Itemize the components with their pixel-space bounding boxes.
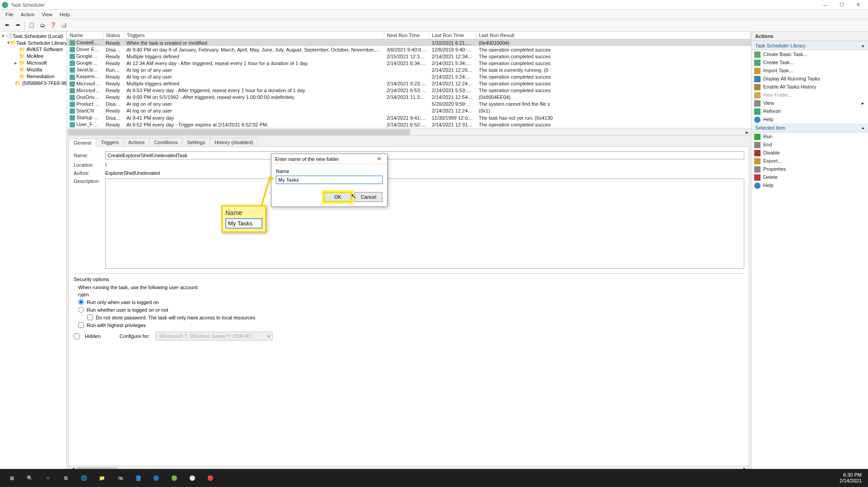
windows-taskbar[interactable]: ⊞ 🔍 ○ ⧉ 🌐 📁 🛍 📘 🔵 🟢 🕐 🔴 6:30 PM 2/14/202… [0, 469, 868, 487]
task-row[interactable]: MicrosoftEd...ReadyMultiple triggers def… [67, 80, 751, 87]
toolbar-icon-2[interactable]: 🗂 [37, 20, 47, 30]
close-button[interactable]: ✕ [850, 0, 866, 9]
tree-library-label: Task Scheduler Library [16, 40, 67, 46]
menu-help[interactable]: Help [56, 11, 74, 18]
store-icon[interactable]: 🛍 [111, 469, 129, 487]
action-help[interactable]: Help [751, 115, 868, 123]
toolbar-icon-4[interactable]: 📊 [59, 20, 69, 30]
task-row[interactable]: Startup TasksDisabledAt 9:41 PM every da… [67, 114, 751, 121]
tree-item[interactable]: ▸📁 Microsoft [0, 60, 66, 66]
column-header[interactable]: Name [67, 32, 103, 39]
task-row[interactable]: Driver Easy S...DisabledAt 9:40 PM on da… [67, 46, 751, 53]
dialog-name-input[interactable] [276, 176, 383, 184]
app-icon-3[interactable]: 🔴 [201, 469, 219, 487]
action-properties[interactable]: Properties [751, 165, 868, 173]
forward-button[interactable]: ➡ [13, 20, 23, 30]
toolbar-icon-3[interactable]: ❓ [48, 20, 58, 30]
tree-item[interactable]: 📁 Mozilla [0, 66, 66, 73]
action-enable-all-tasks-history[interactable]: Enable All Tasks History [751, 83, 868, 91]
tab-actions[interactable]: Actions [123, 138, 149, 146]
maximize-button[interactable]: ☐ [834, 0, 850, 9]
column-header[interactable]: Triggers [124, 32, 384, 39]
tab-triggers[interactable]: Triggers [96, 138, 124, 146]
actions-library-header[interactable]: Task Scheduler Library▴ [751, 41, 868, 50]
window-titlebar: Task Scheduler — ☐ ✕ [0, 0, 868, 10]
cortana-icon[interactable]: ○ [39, 469, 57, 487]
action-create-task---[interactable]: Create Task... [751, 58, 868, 66]
action-export---[interactable]: Export... [751, 157, 868, 165]
action-display-all-running-tasks[interactable]: Display All Running Tasks [751, 75, 868, 83]
search-icon[interactable]: 🔍 [21, 469, 39, 487]
task-row[interactable]: CreateExplor...ReadyWhen the task is cre… [67, 39, 751, 47]
action-view[interactable]: View ▸ [751, 99, 868, 107]
menu-view[interactable]: View [38, 11, 56, 18]
action-delete[interactable]: Delete [751, 173, 868, 181]
radio-whether[interactable] [78, 307, 84, 313]
tree-root[interactable]: ▾🕐 Task Scheduler (Local) [0, 33, 66, 39]
check-nostore[interactable] [87, 314, 93, 320]
explorer-icon[interactable]: 📁 [93, 469, 111, 487]
action-refresh[interactable]: Refresh [751, 107, 868, 115]
dialog-title: Enter name of the new folder [275, 156, 339, 162]
tree-item[interactable]: 📁 {595886F3-7FE8-966B-... [0, 80, 66, 87]
dialog-cancel-button[interactable]: Cancel [355, 192, 383, 202]
tab-general[interactable]: General [69, 138, 96, 147]
start-button[interactable]: ⊞ [3, 469, 21, 487]
app-icon-2[interactable]: 🔵 [147, 469, 165, 487]
action-create-basic-task---[interactable]: Create Basic Task... [751, 50, 868, 58]
minimize-button[interactable]: — [817, 0, 834, 9]
tab-conditions[interactable]: Conditions [149, 138, 182, 146]
action-import-task---[interactable]: Import Task... [751, 66, 868, 75]
tree-item[interactable]: 📁 Remediation [0, 73, 66, 80]
task-view-icon[interactable]: ⧉ [57, 469, 75, 487]
task-row[interactable]: Product Upd...DisabledAt log on of any u… [67, 101, 751, 108]
check-highest[interactable] [78, 322, 84, 328]
action-disable[interactable]: Disable [751, 149, 868, 157]
menu-file[interactable]: File [2, 11, 17, 18]
action-end[interactable]: End [751, 140, 868, 149]
column-header[interactable]: Status [103, 32, 124, 39]
action-run[interactable]: Run [751, 132, 868, 140]
tree-library[interactable]: ▾📁 Task Scheduler Library [0, 39, 66, 46]
callout-input [225, 218, 262, 229]
task-row[interactable]: Kaspersky_U...ReadyAt log on of any user… [67, 73, 751, 80]
horizontal-scrollbar[interactable]: ◄► [67, 128, 751, 136]
column-header[interactable]: Last Run Result [476, 32, 751, 39]
toolbar-icon-1[interactable]: 📋 [27, 20, 37, 30]
check-hidden[interactable] [74, 333, 79, 339]
task-row[interactable]: StartCNReadyAt log on of any user2/14/20… [67, 108, 751, 114]
column-header[interactable]: Last Run Time [429, 32, 476, 39]
task-scheduler-taskbar-icon[interactable]: 🕐 [183, 469, 201, 487]
task-name-field[interactable] [105, 151, 744, 159]
dialog-close-button[interactable]: ✕ [374, 156, 383, 162]
back-button[interactable]: ⬅ [2, 20, 12, 30]
menu-action[interactable]: Action [17, 11, 38, 18]
task-row[interactable]: GoogleUpda...ReadyAt 12:34 AM every day … [67, 60, 751, 66]
author-value: ExplorerShellUnelevated [105, 170, 744, 176]
check-hidden-label: Hidden [85, 333, 101, 339]
dialog-ok-button[interactable]: OK [324, 192, 352, 202]
task-list-table[interactable]: NameStatusTriggersNext Run TimeLast Run … [67, 32, 751, 128]
system-clock[interactable]: 6:30 PM 2/14/2021 [840, 472, 865, 484]
task-row[interactable]: OneDrive St...ReadyAt 9:00 PM on 5/1/199… [67, 94, 751, 101]
action-help[interactable]: Help [751, 181, 868, 189]
task-row[interactable]: JavaUpdateS...RunningAt log on of any us… [67, 66, 751, 73]
security-user: ryjen [74, 292, 744, 297]
name-label: Name: [74, 153, 105, 158]
tree-root-label: Task Scheduler (Local) [13, 33, 63, 39]
actions-selected-header[interactable]: Selected Item▴ [751, 123, 868, 132]
radio-logged-on[interactable] [78, 299, 84, 305]
tree-item[interactable]: 📁 McAfee [0, 53, 66, 60]
column-header[interactable]: Next Run Time [384, 32, 429, 39]
app-icon-1[interactable]: 📘 [129, 469, 147, 487]
task-row[interactable]: User_Feed_S...ReadyAt 6:52 PM every day … [67, 121, 751, 128]
chrome-icon[interactable]: 🟢 [165, 469, 183, 487]
navigation-tree[interactable]: ▾🕐 Task Scheduler (Local) ▾📁 Task Schedu… [0, 32, 67, 469]
task-row[interactable]: GoogleUpda...ReadyMultiple triggers defi… [67, 53, 751, 60]
tree-item[interactable]: 📁 AVAST Software [0, 46, 66, 53]
tab-historydisabled[interactable]: History (disabled) [210, 138, 258, 146]
edge-icon[interactable]: 🌐 [75, 469, 93, 487]
task-row[interactable]: MicrosoftEd...ReadyAt 8:53 PM every day … [67, 87, 751, 94]
description-box[interactable] [105, 178, 744, 269]
tab-settings[interactable]: Settings [182, 138, 210, 146]
